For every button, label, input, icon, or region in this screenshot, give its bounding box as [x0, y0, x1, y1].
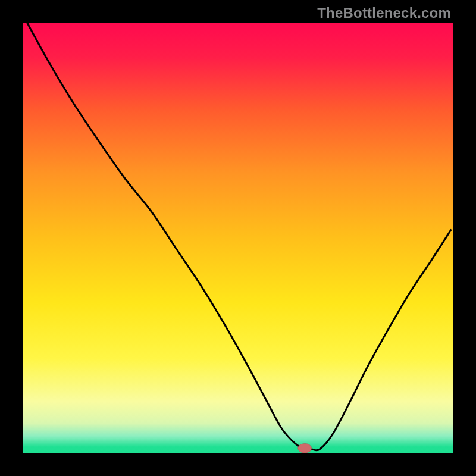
chart-frame: TheBottleneck.com [0, 0, 476, 476]
watermark-text: TheBottleneck.com [317, 5, 451, 21]
bottleneck-chart [23, 23, 453, 453]
optimal-point-marker [298, 443, 312, 453]
plot-background [23, 23, 453, 453]
